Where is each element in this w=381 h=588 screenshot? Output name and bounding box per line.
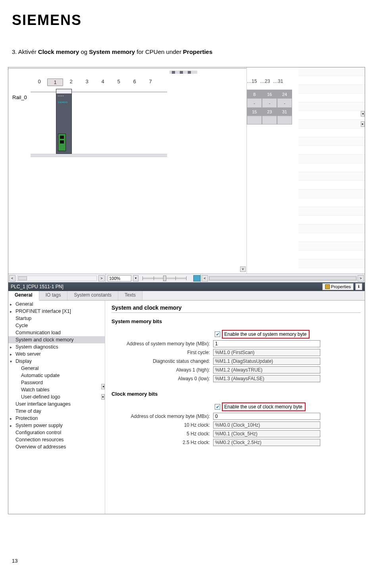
field-label: Diagnostic status changed: bbox=[112, 358, 213, 364]
tree-item[interactable]: ▸Protection bbox=[8, 415, 105, 422]
tree-arrow-icon[interactable]: ▸ bbox=[10, 416, 12, 421]
tree-item[interactable]: ▸Web server bbox=[8, 351, 105, 358]
instruction-text: 3. Aktivér Clock memory og System memory… bbox=[12, 48, 369, 55]
properties-icon bbox=[325, 284, 330, 289]
tree-arrow-icon[interactable]: ▸ bbox=[10, 423, 12, 428]
tab-system-constants[interactable]: System constants bbox=[67, 291, 118, 300]
tree-item[interactable]: General bbox=[8, 365, 105, 372]
field-label: Always 1 (high): bbox=[112, 367, 213, 373]
scrollbar-horizontal[interactable] bbox=[17, 276, 97, 281]
expand-icon[interactable]: ▸ bbox=[101, 394, 105, 400]
tree-item[interactable]: ▸General bbox=[8, 301, 105, 308]
enable-system-memory-label: Enable the use of system memory byte bbox=[222, 330, 310, 339]
tree-item[interactable]: Password bbox=[8, 379, 105, 386]
tree-item[interactable]: Time of day bbox=[8, 408, 105, 415]
inspector-title: PLC_1 [CPU 1511-1 PN] bbox=[11, 284, 64, 289]
zoom-input[interactable] bbox=[108, 275, 131, 282]
inspector-tabs: General IO tags System constants Texts bbox=[8, 291, 365, 301]
tree-item-label: Password bbox=[21, 380, 43, 385]
system-memory-address-input[interactable] bbox=[213, 340, 320, 347]
info-tab-icon[interactable]: ℹ bbox=[355, 283, 362, 290]
readonly-field bbox=[213, 430, 320, 437]
properties-tree[interactable]: ▸General▸PROFINET interface [X1]StartupC… bbox=[8, 301, 105, 514]
field-label: Address of system memory byte (MBx): bbox=[112, 341, 213, 347]
zoom-slider[interactable] bbox=[142, 278, 186, 279]
properties-content: System and clock memory System memory bi… bbox=[105, 301, 365, 514]
tree-item[interactable]: Overview of addresses bbox=[8, 443, 105, 450]
slot-header: 0 1 2 3 4 5 6 7 bbox=[31, 79, 158, 86]
tree-item[interactable]: Watch tables bbox=[8, 386, 105, 393]
enable-clock-memory-checkbox[interactable] bbox=[215, 404, 220, 410]
zoom-toolbar: < > ▾ < > bbox=[8, 274, 365, 282]
tree-item-label: System diagnostics bbox=[15, 344, 58, 350]
field-label: 10 Hz clock: bbox=[112, 422, 213, 428]
zoom-fit-icon[interactable] bbox=[193, 275, 200, 282]
tia-portal-screenshot: 0 1 2 3 4 5 6 7 Rail_0 SIEMENS bbox=[8, 67, 365, 514]
tree-item-label: PROFINET interface [X1] bbox=[15, 308, 71, 314]
tree-item-label: Display bbox=[15, 358, 32, 364]
tree-item[interactable]: Cycle bbox=[8, 322, 105, 329]
collapse-icon[interactable]: ◂ bbox=[101, 384, 105, 389]
tree-item[interactable]: Automatic update bbox=[8, 372, 105, 379]
tab-texts[interactable]: Texts bbox=[118, 291, 142, 300]
scroll-down-icon[interactable]: v bbox=[240, 266, 246, 272]
enable-system-memory-checkbox[interactable] bbox=[215, 331, 220, 337]
tree-item[interactable]: System and clock memory bbox=[8, 336, 105, 343]
device-view[interactable]: 0 1 2 3 4 5 6 7 Rail_0 SIEMENS bbox=[8, 67, 246, 274]
readonly-field bbox=[213, 439, 320, 446]
scrollbar-horizontal[interactable] bbox=[209, 276, 357, 281]
tree-item-label: Automatic update bbox=[21, 373, 60, 378]
tree-arrow-icon[interactable]: ▸ bbox=[10, 352, 12, 356]
tree-item-label: Time of day bbox=[15, 408, 41, 414]
scroll-right-icon[interactable]: > bbox=[358, 275, 364, 282]
clock-memory-address-input[interactable] bbox=[213, 413, 320, 420]
tree-item[interactable]: Communication load bbox=[8, 329, 105, 336]
scroll-left-icon[interactable]: < bbox=[202, 275, 208, 282]
device-overview: …15 …23 …31 8 - 15 16 - 23 24 - 31 bbox=[246, 67, 365, 274]
field-label: Always 0 (low): bbox=[112, 376, 213, 381]
tree-item-label: Connection resources bbox=[15, 437, 64, 442]
tree-arrow-icon[interactable]: ▸ bbox=[10, 302, 12, 306]
tree-arrow-icon[interactable]: ▸ bbox=[10, 345, 12, 349]
tree-item[interactable]: ▸System diagnostics bbox=[8, 343, 105, 351]
rail-label: Rail_0 bbox=[12, 94, 27, 100]
tree-item[interactable]: User interface languages bbox=[8, 400, 105, 408]
zoom-dropdown-icon[interactable]: ▾ bbox=[133, 275, 139, 282]
tree-item[interactable]: Configuration control bbox=[8, 429, 105, 436]
enable-clock-memory-label: Enable the use of clock memory byte bbox=[222, 402, 306, 411]
tree-item[interactable]: ▸System power supply bbox=[8, 422, 105, 429]
collapse-icon[interactable]: ◂ bbox=[361, 111, 365, 117]
tree-item-label: Startup bbox=[15, 316, 31, 321]
tree-item-label: User-defined logo bbox=[21, 394, 60, 400]
properties-tab-button[interactable]: Properties bbox=[322, 283, 354, 290]
section-heading: System and clock memory bbox=[112, 303, 361, 313]
tree-item-label: Communication load bbox=[15, 330, 61, 335]
tree-arrow-icon[interactable]: ▸ bbox=[10, 309, 12, 314]
tree-item-label: Watch tables bbox=[21, 387, 50, 393]
expand-icon[interactable]: ▸ bbox=[361, 121, 365, 127]
slot-selected[interactable]: 1 bbox=[47, 79, 63, 86]
plc-module[interactable]: SIEMENS bbox=[56, 89, 72, 154]
tree-item[interactable]: Connection resources bbox=[8, 436, 105, 443]
slot-range-icon: 24 - 31 bbox=[277, 90, 292, 124]
scroll-right-icon[interactable]: > bbox=[98, 275, 105, 282]
tree-item[interactable]: Startup bbox=[8, 315, 105, 322]
tree-item-label: Overview of addresses bbox=[15, 444, 66, 450]
scroll-left-icon[interactable]: < bbox=[9, 275, 15, 282]
subsection-heading: Clock memory bits bbox=[112, 389, 361, 398]
tab-general[interactable]: General bbox=[8, 291, 39, 301]
inspector-header: PLC_1 [CPU 1511-1 PN] Properties ℹ bbox=[8, 282, 365, 291]
tab-io-tags[interactable]: IO tags bbox=[39, 291, 68, 300]
subsection-heading: System memory bits bbox=[112, 317, 361, 326]
tree-item[interactable]: ▾Display bbox=[8, 358, 105, 365]
readonly-field bbox=[213, 375, 320, 382]
readonly-field bbox=[213, 421, 320, 429]
tree-item-label: General bbox=[21, 366, 38, 371]
field-label: Address of clock memory byte (MBx): bbox=[112, 414, 213, 419]
tree-item[interactable]: User-defined logo bbox=[8, 393, 105, 400]
slot-range-icon: 16 - 23 bbox=[262, 90, 277, 124]
tree-arrow-icon[interactable]: ▾ bbox=[10, 359, 12, 364]
field-label: 2.5 Hz clock: bbox=[112, 440, 213, 445]
readonly-field bbox=[213, 358, 320, 365]
tree-item[interactable]: ▸PROFINET interface [X1] bbox=[8, 308, 105, 315]
